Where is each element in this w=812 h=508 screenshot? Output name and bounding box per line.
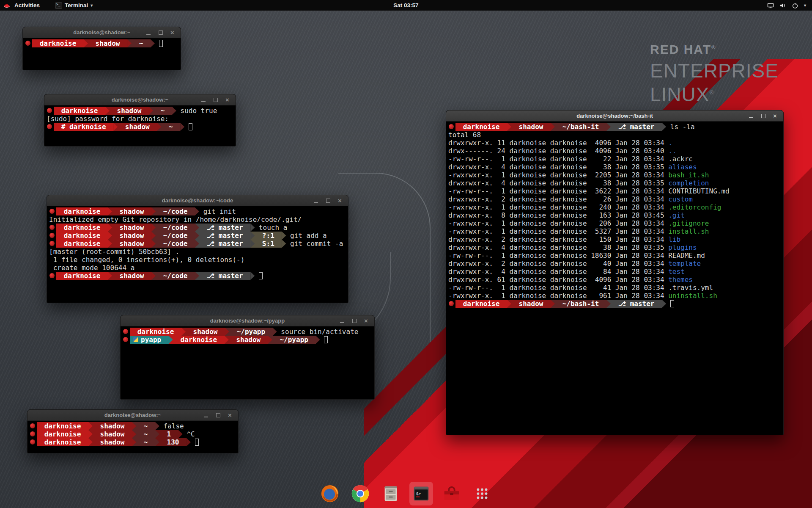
firefox-icon	[320, 484, 340, 503]
powerline-separator	[108, 232, 112, 240]
close-button[interactable]	[228, 412, 233, 418]
powerline-separator	[180, 123, 184, 131]
terminal-text: drwxrwxr-x. 2 darknoise darknoise 26 Jan…	[448, 195, 668, 203]
close-button[interactable]	[773, 113, 779, 119]
window-controls	[313, 198, 348, 204]
terminal-content[interactable]: darknoise shadow ~ false darknoise shado…	[27, 421, 238, 447]
terminal-text: sudo true	[176, 107, 217, 115]
terminal-text: -rwxrwxr-x. 1 darknoise darknoise 240 Ja…	[448, 203, 668, 211]
minimize-button[interactable]	[145, 30, 151, 36]
terminal-line: darknoise shadow ~/bash-it ⎇ master	[448, 300, 781, 308]
powerline-separator	[105, 107, 110, 115]
redhat-prompt-icon	[47, 108, 52, 113]
redhat-prompt-icon	[123, 337, 128, 342]
powerline-separator	[551, 300, 555, 308]
redhat-prompt-icon	[49, 241, 55, 246]
maximize-button[interactable]	[158, 30, 164, 36]
prompt-segment: shadow	[511, 123, 551, 131]
window-titlebar[interactable]: darknoise@shadow:~	[27, 410, 238, 421]
powerline-separator	[84, 39, 88, 47]
display-icon	[767, 2, 774, 9]
powerline-separator	[187, 438, 191, 446]
terminal-line: -rwxrwxr-x. 1 darknoise darknoise 240 Ja…	[448, 203, 781, 211]
minimize-button[interactable]	[313, 198, 319, 204]
terminal-line: drwxrwxr-x. 4 darknoise darknoise 38 Jan…	[448, 243, 781, 251]
powerline-separator	[169, 336, 173, 344]
activities-button[interactable]: Activities	[13, 2, 41, 8]
powerline-separator	[155, 438, 159, 446]
close-button[interactable]	[170, 30, 176, 36]
app-menu-button[interactable]: Terminal ▾	[55, 2, 93, 8]
powerline-separator	[132, 438, 136, 446]
terminal-line: -rw-rw-r--. 1 darknoise darknoise 41 Jan…	[448, 284, 781, 292]
terminal-text: git commit -a -m .	[286, 240, 348, 248]
terminal-line: [sudo] password for darknoise:	[47, 115, 233, 123]
powerline-separator	[151, 207, 156, 215]
powerline-separator	[250, 272, 255, 280]
dock-item-app-grid[interactable]	[470, 482, 494, 505]
terminal-line: drwxrwxr-x. 4 darknoise darknoise 38 Jan…	[448, 179, 781, 187]
minimize-button[interactable]	[748, 113, 754, 119]
terminal-line: pyapp darknoise shadow ~/pyapp	[123, 336, 372, 344]
maximize-button[interactable]	[351, 318, 357, 324]
window-titlebar[interactable]: darknoise@shadow:~/bash-it	[446, 110, 783, 121]
close-button[interactable]	[225, 97, 231, 103]
prompt-segment: S:1	[255, 240, 282, 248]
volume-icon	[779, 2, 786, 9]
terminal-content[interactable]: darknoise shadow ~ sudo true[sudo] passw…	[44, 105, 236, 132]
branding-enterprise: ENTERPRISE	[650, 59, 779, 82]
terminal-cursor	[670, 300, 674, 307]
terminal-text: -rwxrwxr-x. 1 darknoise darknoise 5327 J…	[448, 227, 668, 235]
maximize-button[interactable]	[760, 113, 766, 119]
powerline-separator	[250, 240, 255, 248]
close-button[interactable]	[337, 198, 343, 204]
prompt-segment: darknoise	[455, 123, 507, 131]
terminal-text: test	[668, 268, 685, 276]
minimize-button[interactable]	[203, 412, 209, 418]
dock-item-terminal[interactable]: $>	[409, 482, 433, 505]
maximize-button[interactable]	[325, 198, 331, 204]
prompt-segment: shadow	[112, 272, 151, 280]
terminal-window-pyapp: darknoise@shadow:~/pyapp darknoise shado…	[120, 315, 375, 400]
window-titlebar[interactable]: darknoise@shadow:~	[23, 27, 181, 38]
dock-item-toolbox[interactable]	[440, 482, 464, 505]
close-button[interactable]	[364, 318, 370, 324]
maximize-button[interactable]	[213, 97, 219, 103]
terminal-content[interactable]: darknoise shadow ~/pyapp source bin/acti…	[121, 326, 374, 345]
dock-item-firefox[interactable]	[318, 482, 342, 505]
terminal-content[interactable]: darknoise shadow ~	[23, 38, 181, 49]
clock-area: Sat 03:57	[0, 2, 812, 8]
clock[interactable]: Sat 03:57	[393, 2, 418, 8]
terminal-text: 1 file changed, 0 insertions(+), 0 delet…	[49, 256, 244, 264]
prompt-segment: shadow	[110, 107, 149, 115]
terminal-content[interactable]: darknoise shadow ~/bash-it ⎇ master ls -…	[446, 121, 783, 309]
dock-item-files[interactable]	[379, 482, 403, 505]
window-titlebar[interactable]: darknoise@shadow:~/pyapp	[121, 315, 374, 326]
prompt-segment: ~/pyapp	[229, 328, 273, 336]
powerline-separator	[195, 207, 199, 215]
terminal-window-sudo: darknoise@shadow:~ darknoise shadow ~ su…	[44, 94, 236, 146]
terminal-text: drwxrwxr-x. 8 darknoise darknoise 163 Ja…	[448, 211, 668, 219]
terminal-app-icon	[55, 3, 62, 8]
branding-linux: LINUX®	[650, 83, 779, 106]
window-titlebar[interactable]: darknoise@shadow:~	[44, 94, 236, 105]
powerline-separator	[127, 39, 132, 47]
minimize-button[interactable]	[200, 97, 206, 103]
powerline-separator	[157, 123, 161, 131]
terminal-text: -rw-rw-r--. 1 darknoise darknoise 41 Jan…	[448, 284, 668, 292]
dock-item-chrome[interactable]	[348, 482, 372, 505]
powerline-separator	[268, 336, 272, 344]
powerline-separator	[132, 422, 136, 430]
terminal-line: darknoise shadow ~/code ⎇ master touch a	[49, 224, 346, 232]
terminal-content[interactable]: darknoise shadow ~/code git initInitiali…	[47, 206, 348, 281]
system-status-area[interactable]: ▾	[767, 2, 812, 9]
terminal-line: -rw-rw-r--. 1 darknoise darknoise 18630 …	[448, 251, 781, 260]
terminal-line: darknoise shadow ~	[25, 39, 178, 47]
terminal-window-home-1: darknoise@shadow:~ darknoise shadow ~	[22, 27, 181, 70]
minimize-button[interactable]	[339, 318, 345, 324]
powerline-separator	[225, 336, 229, 344]
window-title: darknoise@shadow:~/bash-it	[446, 113, 783, 119]
window-titlebar[interactable]: darknoise@shadow:~/code	[47, 195, 348, 206]
maximize-button[interactable]	[215, 412, 221, 418]
powerline-separator	[273, 328, 277, 336]
